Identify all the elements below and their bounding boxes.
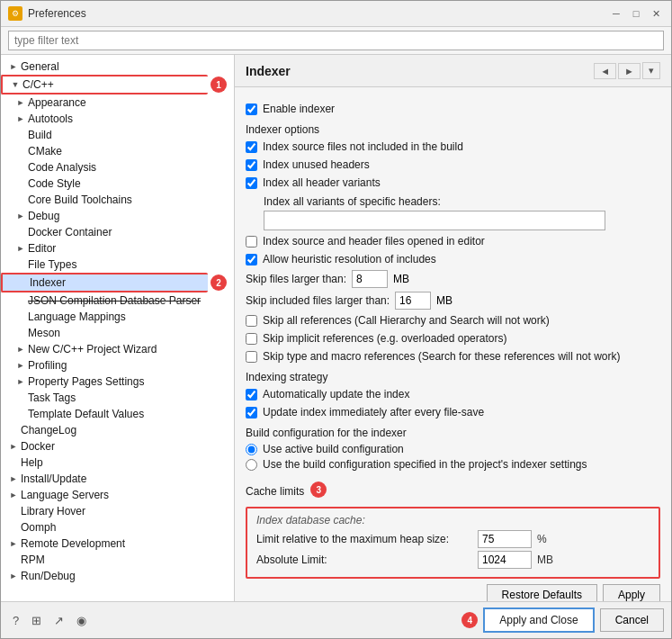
skip-included-input[interactable]	[395, 292, 431, 310]
cache-row2-input[interactable]	[478, 551, 532, 569]
bottom-right: 4 Apply and Close Cancel	[459, 608, 664, 633]
maximize-button[interactable]: □	[628, 6, 644, 21]
build-config-title: Build configuration for the indexer	[246, 427, 660, 439]
sidebar-item-task-tags[interactable]: Task Tags	[1, 390, 234, 406]
sidebar-item-label: New C/C++ Project Wizard	[28, 343, 157, 356]
sidebar-item-json-compilation[interactable]: JSON Compilation Database Parser	[1, 292, 234, 309]
opt7-label[interactable]: Skip implicit references (e.g. overloade…	[263, 332, 506, 345]
opt6-checkbox[interactable]	[246, 315, 257, 327]
sidebar-item-autotools[interactable]: ► Autotools	[1, 111, 234, 127]
sidebar-item-appearance[interactable]: ► Appearance	[1, 94, 234, 111]
strat2-row: Update index immediately after every fil…	[246, 405, 660, 419]
radio1-label[interactable]: Use active build configuration	[263, 443, 404, 455]
sidebar-item-changelog[interactable]: ChangeLog	[1, 422, 234, 438]
indexer-options-section: Indexer options Index source files not i…	[246, 123, 660, 364]
skip-larger-input[interactable]	[352, 270, 388, 288]
right-panel: Indexer ◄ ► ▾ Enable indexer Indexer opt…	[235, 55, 671, 601]
bottom-bar: ? ⊞ ↗ ◉ 4 Apply and Close Cancel	[1, 601, 671, 638]
sidebar-item-language-mappings[interactable]: Language Mappings	[1, 309, 234, 325]
cancel-button[interactable]: Cancel	[600, 608, 664, 632]
sidebar-item-install-update[interactable]: ► Install/Update	[1, 471, 234, 487]
sidebar-item-run-debug[interactable]: ► Run/Debug	[1, 568, 234, 584]
sidebar-item-code-style[interactable]: Code Style	[1, 176, 234, 192]
sidebar-item-docker-container[interactable]: Docker Container	[1, 224, 234, 240]
sidebar-item-new-cpp-wizard[interactable]: ► New C/C++ Project Wizard	[1, 341, 234, 357]
opt3-label[interactable]: Index all header variants	[263, 176, 381, 189]
opt3-checkbox[interactable]	[246, 177, 257, 189]
sidebar-item-meson[interactable]: Meson	[1, 325, 234, 341]
sidebar-item-file-types[interactable]: File Types	[1, 256, 234, 273]
sidebar-item-debug[interactable]: ► Debug	[1, 208, 234, 224]
sidebar-item-indexer[interactable]: Indexer	[1, 273, 208, 292]
enable-indexer-label[interactable]: Enable indexer	[263, 103, 335, 115]
sidebar-item-oomph[interactable]: Oomph	[1, 519, 234, 536]
sidebar-item-rpm[interactable]: RPM	[1, 552, 234, 568]
sidebar-item-code-analysis[interactable]: Code Analysis	[1, 159, 234, 176]
arrow-icon: ►	[8, 490, 19, 500]
sidebar-item-template-default[interactable]: Template Default Values	[1, 406, 234, 422]
close-button[interactable]: ✕	[648, 6, 664, 21]
sidebar-item-docker[interactable]: ► Docker	[1, 438, 234, 454]
sidebar-item-label: Task Tags	[28, 392, 76, 404]
sidebar-item-label: CMake	[28, 145, 62, 158]
sidebar-item-help[interactable]: Help	[1, 454, 234, 471]
opt4-label[interactable]: Index source and header files opened in …	[263, 235, 485, 248]
skip-larger-label: Skip files larger than:	[246, 273, 346, 285]
opt6-label[interactable]: Skip all references (Call Hierarchy and …	[263, 314, 550, 327]
strat2-checkbox[interactable]	[246, 407, 257, 418]
opt1-checkbox[interactable]	[246, 141, 257, 153]
sidebar-item-library-hover[interactable]: Library Hover	[1, 503, 234, 519]
sidebar-item-property-pages[interactable]: ► Property Pages Settings	[1, 374, 234, 390]
opt2-checkbox[interactable]	[246, 159, 257, 171]
sidebar-item-language-servers[interactable]: ► Language Servers	[1, 487, 234, 503]
opt1-label[interactable]: Index source files not included in the b…	[263, 140, 463, 153]
opt6-row: Skip all references (Call Hierarchy and …	[246, 313, 660, 328]
opt2-label[interactable]: Index unused headers	[263, 158, 370, 171]
sidebar-item-profiling[interactable]: ► Profiling	[1, 357, 234, 374]
record-button[interactable]: ◉	[72, 611, 91, 630]
sidebar-item-core-build[interactable]: Core Build Toolchains	[1, 192, 234, 208]
strat2-label[interactable]: Update index immediately after every fil…	[263, 406, 484, 418]
cache-box: Index database cache: Limit relative to …	[246, 507, 660, 579]
sidebar-item-general[interactable]: ► General	[1, 58, 234, 75]
link-button[interactable]: ↗	[49, 611, 68, 630]
sidebar-item-label: Indexer	[30, 276, 66, 289]
sidebar-item-label: Language Mappings	[28, 310, 126, 323]
specific-headers-input[interactable]	[264, 211, 605, 230]
opt7-checkbox[interactable]	[246, 333, 257, 345]
opt8-label[interactable]: Skip type and macro references (Search f…	[263, 350, 621, 363]
cache-limits-title: Cache limits	[246, 485, 304, 498]
strat1-label[interactable]: Automatically update the index	[263, 388, 409, 400]
radio1-input[interactable]	[246, 444, 257, 455]
title-bar-left: ⚙ Preferences	[8, 6, 86, 21]
opt8-checkbox[interactable]	[246, 351, 257, 363]
enable-indexer-checkbox[interactable]	[246, 104, 257, 115]
search-input[interactable]	[8, 31, 664, 50]
sidebar-item-remote-development[interactable]: ► Remote Development	[1, 536, 234, 552]
restore-defaults-button[interactable]: Restore Defaults	[487, 584, 597, 601]
minimize-button[interactable]: ─	[608, 6, 624, 21]
opt5-label[interactable]: Allow heuristic resolution of includes	[263, 253, 436, 266]
cache-row1-input[interactable]	[478, 530, 532, 548]
arrow-icon: ►	[15, 114, 26, 123]
apply-button[interactable]: Apply	[603, 584, 660, 601]
sidebar-item-editor[interactable]: ► Editor	[1, 240, 234, 256]
skip-included-row: Skip included files larger than: MB	[246, 292, 660, 310]
help-button[interactable]: ?	[8, 611, 23, 630]
radio2-label[interactable]: Use the build configuration specified in…	[263, 458, 587, 471]
window-title: Preferences	[28, 7, 86, 20]
sidebar-item-cpp[interactable]: ▼ C/C++	[1, 75, 208, 94]
menu-button[interactable]: ▾	[642, 62, 660, 79]
apply-and-close-button[interactable]: Apply and Close	[483, 608, 594, 633]
opt5-checkbox[interactable]	[246, 254, 257, 266]
sidebar-item-cmake[interactable]: CMake	[1, 143, 234, 159]
preferences-export-button[interactable]: ⊞	[27, 611, 46, 630]
opt4-checkbox[interactable]	[246, 236, 257, 248]
forward-button[interactable]: ►	[618, 63, 641, 79]
sidebar-item-build[interactable]: Build	[1, 127, 234, 143]
radio2-input[interactable]	[246, 459, 257, 471]
back-button[interactable]: ◄	[594, 63, 616, 79]
sidebar-item-label: Property Pages Settings	[28, 375, 144, 388]
sidebar-item-label: Editor	[28, 242, 56, 255]
strat1-checkbox[interactable]	[246, 389, 257, 400]
